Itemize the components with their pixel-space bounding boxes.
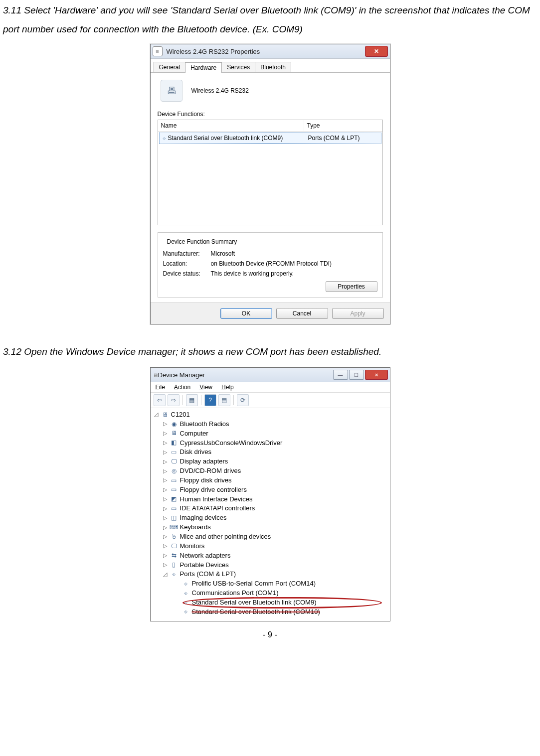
tree-item[interactable]: Floppy drive controllers <box>180 485 247 495</box>
cancel-button[interactable]: Cancel <box>276 308 328 319</box>
port-icon: ⟐ <box>182 599 190 606</box>
tab-body: 🖶 Wireless 2.4G RS232 Device Functions: … <box>151 73 390 302</box>
tab-bluetooth[interactable]: Bluetooth <box>255 62 291 72</box>
tree-root[interactable]: C1201 <box>171 410 190 420</box>
devmgr-app-icon: 🖥 <box>153 370 158 379</box>
status-value: This device is working properly. <box>211 270 294 277</box>
expand-icon[interactable]: ▷ <box>163 458 168 466</box>
menu-bar: File Action View Help <box>151 382 390 393</box>
apply-button[interactable]: Apply <box>332 308 384 319</box>
tree-item[interactable]: Human Interface Devices <box>180 495 253 504</box>
hid-icon: ◩ <box>170 495 178 503</box>
tab-general[interactable]: General <box>154 62 186 72</box>
mouse-icon: 🖱 <box>170 533 178 541</box>
expand-icon[interactable]: ▷ <box>163 561 168 569</box>
menu-help[interactable]: Help <box>221 384 234 391</box>
tree-port-item-highlighted[interactable]: Standard Serial over Bluetooth link (COM… <box>192 598 317 607</box>
menu-file[interactable]: File <box>156 384 165 391</box>
row-type: Ports (COM & LPT) <box>305 133 381 143</box>
expand-icon[interactable]: ▷ <box>163 476 168 484</box>
tree-item[interactable]: Mice and other pointing devices <box>180 532 271 542</box>
tree-port-item-struck[interactable]: Standard Serial over Bluetooth link (COM… <box>192 607 320 617</box>
toolbar-separator <box>201 395 201 405</box>
tree-item[interactable]: Network adapters <box>180 551 231 561</box>
step-3-12-text: 3.12 Open the Windows Device manager; it… <box>0 341 540 361</box>
tree-item[interactable]: Bluetooth Radios <box>180 420 229 429</box>
step-3-11-text: 3.11 Select 'Hardware' and you will see … <box>0 0 540 39</box>
tree-item[interactable]: IDE ATA/ATAPI controllers <box>180 504 255 513</box>
bluetooth-device-icon: ≡ <box>153 46 163 56</box>
col-type-header[interactable]: Type <box>304 120 382 131</box>
tab-strip: General Hardware Services Bluetooth <box>151 59 390 73</box>
expand-icon[interactable]: ▷ <box>163 524 168 532</box>
expand-icon[interactable]: ▷ <box>163 552 168 560</box>
back-button[interactable]: ⇦ <box>154 394 166 406</box>
tree-item[interactable]: Portable Devices <box>180 561 229 570</box>
expand-icon[interactable]: ▷ <box>163 439 168 447</box>
devmgr-titlebar[interactable]: 🖥 Device Manager — ☐ ✕ <box>151 368 390 382</box>
expand-icon[interactable]: ▷ <box>163 533 168 541</box>
imaging-icon: ◫ <box>170 514 178 522</box>
menu-action[interactable]: Action <box>174 384 190 391</box>
manufacturer-value: Microsoft <box>211 250 235 257</box>
expand-icon[interactable]: ▷ <box>163 430 168 438</box>
titlebar[interactable]: ≡ Wireless 2.4G RS232 Properties ✕ <box>151 44 390 59</box>
expand-icon[interactable]: ▷ <box>163 486 168 494</box>
tree-item[interactable]: Monitors <box>180 542 205 551</box>
expand-icon[interactable]: ▷ <box>163 449 168 456</box>
expand-icon[interactable]: ▷ <box>163 420 168 428</box>
expand-icon[interactable]: ▷ <box>163 542 168 550</box>
forward-button[interactable]: ⇨ <box>168 394 180 406</box>
dialog-footer: OK Cancel Apply <box>151 302 390 324</box>
scan-toolbar-button[interactable]: ▤ <box>218 394 230 406</box>
properties-toolbar-button[interactable]: ▦ <box>186 394 198 406</box>
device-name: Wireless 2.4G RS232 <box>191 87 249 94</box>
tree-ports[interactable]: Ports (COM & LPT) <box>180 570 236 579</box>
tree-item[interactable]: Computer <box>180 429 208 439</box>
device-function-row[interactable]: ⟐ Standard Serial over Bluetooth link (C… <box>159 133 381 144</box>
dvd-icon: ◎ <box>170 467 178 475</box>
device-tree[interactable]: ◿🖥C1201 ▷◉Bluetooth Radios ▷🖥Computer ▷◧… <box>151 408 390 621</box>
help-toolbar-button[interactable]: ? <box>204 394 216 406</box>
summary-title: Device Function Summary <box>165 238 239 245</box>
minimize-button[interactable]: — <box>333 370 348 380</box>
menu-view[interactable]: View <box>199 384 212 391</box>
tree-item[interactable]: Floppy disk drives <box>180 476 232 485</box>
manufacturer-label: Manufacturer: <box>163 250 211 257</box>
tree-item[interactable]: CypressUsbConsoleWindowsDriver <box>180 439 283 448</box>
tree-item[interactable]: Imaging devices <box>180 513 227 523</box>
ok-button[interactable]: OK <box>220 308 272 319</box>
expand-icon[interactable]: ▷ <box>163 467 168 475</box>
tree-port-item[interactable]: Prolific USB-to-Serial Comm Port (COM14) <box>192 579 316 589</box>
device-functions-list[interactable]: Name Type ⟐ Standard Serial over Bluetoo… <box>158 120 383 225</box>
devmgr-title: Device Manager <box>158 371 205 379</box>
bluetooth-icon: ◉ <box>170 420 178 428</box>
collapse-icon[interactable]: ◿ <box>154 411 159 419</box>
update-toolbar-button[interactable]: ⟳ <box>237 394 249 406</box>
expand-icon[interactable]: ▷ <box>163 505 168 513</box>
tree-item[interactable]: Display adapters <box>180 457 228 466</box>
network-icon: ⇆ <box>170 552 178 560</box>
maximize-button[interactable]: ☐ <box>349 370 364 380</box>
expand-icon[interactable]: ▷ <box>163 514 168 522</box>
tree-item[interactable]: Keyboards <box>180 523 211 532</box>
port-icon: ⟐ <box>182 589 190 597</box>
devmgr-close-button[interactable]: ✕ <box>365 370 388 380</box>
tab-hardware[interactable]: Hardware <box>185 62 222 73</box>
row-name: Standard Serial over Bluetooth link (COM… <box>168 135 283 142</box>
properties-button[interactable]: Properties <box>326 281 377 292</box>
device-icon: 🖶 <box>161 80 182 102</box>
window-title: Wireless 2.4G RS232 Properties <box>167 48 260 55</box>
col-name-header[interactable]: Name <box>158 120 304 131</box>
expand-icon[interactable]: ▷ <box>163 495 168 503</box>
toolbar: ⇦ ⇨ ▦ ? ▤ ⟳ <box>151 393 390 408</box>
collapse-icon[interactable]: ◿ <box>163 571 168 579</box>
close-button[interactable]: ✕ <box>365 46 388 57</box>
device-manager-window: 🖥 Device Manager — ☐ ✕ File Action View … <box>150 367 390 621</box>
floppy-icon: ▭ <box>170 476 178 484</box>
properties-dialog: ≡ Wireless 2.4G RS232 Properties ✕ Gener… <box>150 44 390 324</box>
disk-icon: ▭ <box>170 449 178 456</box>
tab-services[interactable]: Services <box>221 62 255 72</box>
tree-item[interactable]: Disk drives <box>180 448 212 457</box>
tree-item[interactable]: DVD/CD-ROM drives <box>180 466 241 476</box>
